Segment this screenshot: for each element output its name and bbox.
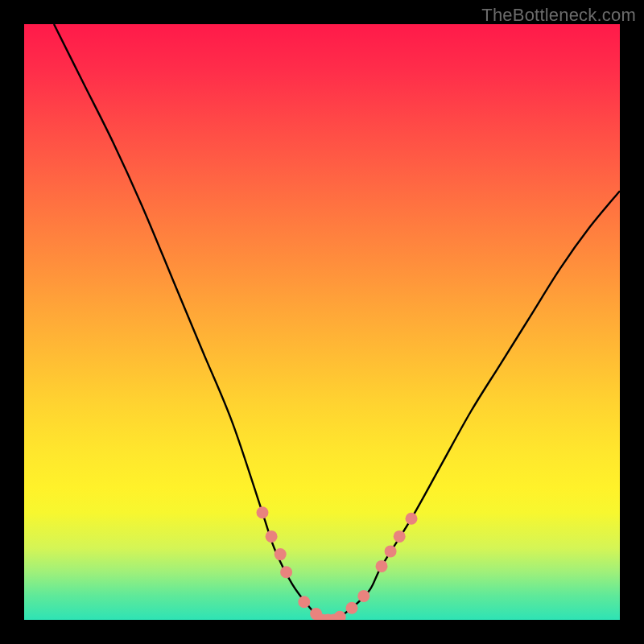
bottleneck-curve <box>54 24 620 620</box>
marker-dot <box>406 513 418 525</box>
marker-dot <box>376 560 388 572</box>
marker-dot <box>280 566 292 578</box>
marker-dot <box>385 545 397 557</box>
marker-dot <box>266 530 278 543</box>
watermark-text: TheBottleneck.com <box>481 5 636 26</box>
marker-dot <box>257 506 269 518</box>
marker-dot <box>346 602 358 614</box>
curve-layer <box>24 24 620 620</box>
marker-dot <box>394 530 406 543</box>
marker-dot <box>298 596 310 608</box>
marker-dot <box>357 590 369 602</box>
marker-dot <box>275 548 287 560</box>
chart-frame: TheBottleneck.com <box>0 0 644 644</box>
plot-area <box>24 24 620 620</box>
marker-dot <box>334 611 346 620</box>
